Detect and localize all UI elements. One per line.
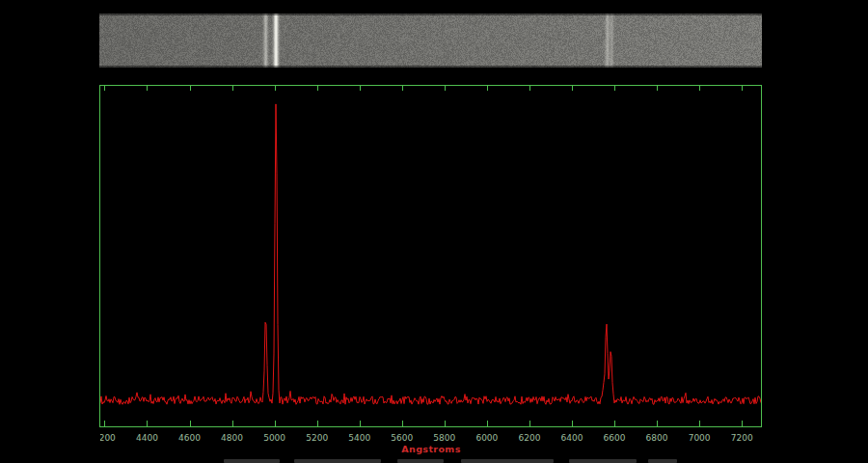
- spectrum-plot-canvas[interactable]: [99, 85, 762, 427]
- clipped-text-fragment: [397, 459, 444, 463]
- spectrum-viewer-screen: { "app": { "background": "#000000" }, "s…: [0, 0, 868, 463]
- clipped-text-fragment: [294, 459, 381, 463]
- x-tick-label: 4800: [221, 433, 243, 443]
- 2d-spectrum-strip: [99, 14, 762, 68]
- x-tick-label: 4400: [136, 433, 158, 443]
- clipped-text-fragment: [461, 459, 554, 463]
- x-tick-label: 5600: [391, 433, 413, 443]
- x-tick-label: 7000: [689, 433, 711, 443]
- x-tick-label: 7200: [731, 433, 753, 443]
- x-tick-label: 5200: [306, 433, 328, 443]
- x-tick-label: 4600: [178, 433, 201, 443]
- clipped-text-fragment: [648, 459, 677, 463]
- x-tick-label: 5400: [348, 433, 370, 443]
- x-tick-label: 5000: [263, 433, 285, 443]
- clipped-text-fragment: [569, 459, 637, 463]
- x-tick-label: 6000: [475, 433, 498, 443]
- x-tick-label: 6800: [646, 433, 668, 443]
- x-axis-label: Angstroms: [100, 444, 762, 454]
- x-tick-label: 6400: [561, 433, 583, 443]
- x-tick-label: 4200: [100, 433, 116, 443]
- x-tick-label: 6600: [604, 433, 626, 443]
- clipped-text-fragment: [224, 459, 280, 463]
- x-tick-label: 5800: [433, 433, 455, 443]
- x-tick-label: 6200: [518, 433, 540, 443]
